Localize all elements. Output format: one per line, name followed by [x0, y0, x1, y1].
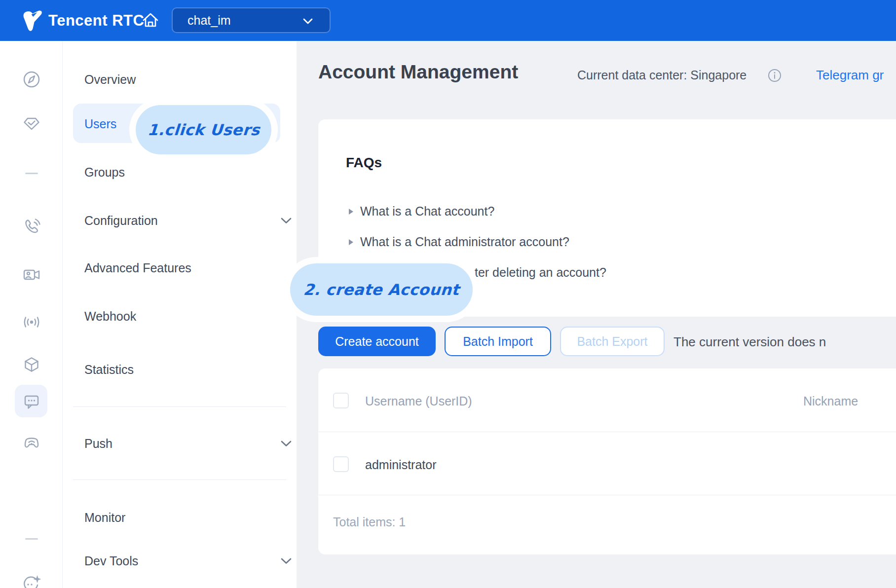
top-navigation-bar: Tencent RTC chat_im	[0, 0, 896, 41]
tencent-rtc-logo-icon	[20, 7, 45, 33]
ai-assistant-icon[interactable]	[22, 570, 41, 588]
chevron-down-icon	[281, 441, 292, 447]
sidebar-item-configuration[interactable]: Configuration	[84, 210, 282, 231]
sidebar-item-advanced-features[interactable]: Advanced Features	[84, 257, 282, 278]
sidebar-item-webhook[interactable]: Webhook	[84, 306, 282, 327]
app-window: Tencent RTC chat_im	[0, 0, 896, 588]
brand-title: Tencent RTC	[48, 0, 144, 41]
rail-divider	[25, 538, 38, 540]
sidebar-item-groups[interactable]: Groups	[84, 162, 282, 183]
total-items-label: Total items: 1	[333, 515, 406, 529]
rail-divider	[25, 173, 38, 174]
faq-item-admin-account[interactable]: What is a Chat administrator account?	[349, 235, 569, 249]
annotation-step2-text: 2. create Account	[303, 281, 460, 298]
engine-cube-icon[interactable]	[22, 355, 41, 374]
sidebar-item-overview[interactable]: Overview	[84, 69, 282, 90]
info-icon[interactable]	[768, 69, 782, 82]
create-account-button[interactable]: Create account	[318, 327, 436, 356]
annotation-step2-bubble: 2. create Account	[290, 263, 473, 316]
sidebar-item-dev-tools[interactable]: Dev Tools	[84, 551, 282, 571]
select-all-checkbox[interactable]	[333, 393, 349, 408]
app-selector-value: chat_im	[187, 13, 231, 28]
chat-icon[interactable]	[22, 392, 41, 411]
triangle-expand-icon	[349, 239, 353, 245]
live-broadcast-icon[interactable]	[22, 312, 41, 332]
faq-item-partial[interactable]: ter deleting an account?	[475, 265, 606, 280]
data-center-label: Current data center: Singapore	[577, 68, 747, 82]
batch-export-button: Batch Export	[560, 327, 665, 356]
telegram-group-link[interactable]: Telegram gr	[816, 68, 884, 83]
row-checkbox[interactable]	[333, 456, 349, 472]
faq-item-chat-account[interactable]: What is a Chat account?	[349, 204, 494, 219]
chevron-down-icon	[281, 558, 292, 564]
home-icon[interactable]	[141, 11, 160, 30]
sidebar-item-monitor[interactable]: Monitor	[84, 507, 282, 528]
game-controller-icon[interactable]	[22, 433, 41, 452]
chevron-down-icon	[281, 218, 292, 224]
compass-icon[interactable]	[22, 70, 41, 89]
table-footer-divider	[318, 495, 896, 495]
accounts-table-card: Username (UserID) Nickname administrator…	[318, 368, 896, 554]
page-title: Account Management	[318, 61, 518, 83]
product-icon-rail	[0, 41, 63, 588]
sidebar-item-statistics[interactable]: Statistics	[84, 359, 282, 380]
sidebar-item-push[interactable]: Push	[84, 433, 282, 454]
table-divider	[318, 432, 896, 432]
batch-import-button[interactable]: Batch Import	[445, 327, 551, 356]
triangle-expand-icon	[349, 209, 353, 215]
video-call-icon[interactable]	[22, 265, 41, 285]
app-selector-dropdown[interactable]: chat_im	[172, 7, 331, 33]
chevron-down-icon	[303, 18, 313, 25]
version-note-text: The current version does n	[673, 334, 826, 350]
column-header-username[interactable]: Username (UserID)	[365, 394, 472, 408]
annotation-step1-bubble: 1.click Users	[136, 105, 271, 154]
phone-call-icon[interactable]	[22, 217, 41, 236]
column-header-nickname[interactable]: Nickname	[803, 394, 858, 408]
annotation-step1-text: 1.click Users	[147, 121, 260, 139]
premium-gem-icon[interactable]	[22, 114, 41, 134]
row-username: administrator	[365, 458, 437, 472]
sidebar-divider	[73, 479, 286, 480]
faq-title: FAQs	[346, 155, 382, 171]
sidebar-divider	[73, 406, 286, 407]
